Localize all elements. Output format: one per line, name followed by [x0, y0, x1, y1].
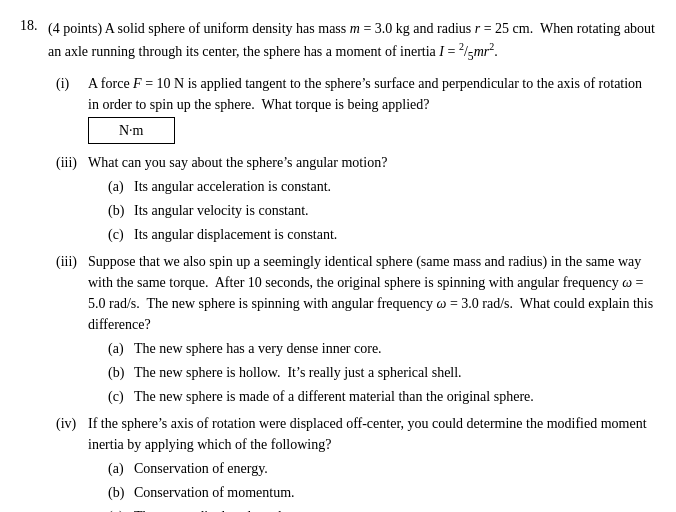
header-line1: (4 points) A solid sphere of uniform den…: [48, 21, 655, 59]
part-iii-text-c: The new sphere is made of a different ma…: [134, 386, 656, 407]
part-i-text: A force F = 10 N is applied tangent to t…: [88, 76, 642, 112]
problem-content: (4 points) A solid sphere of uniform den…: [48, 18, 656, 512]
part-ii-text-a: Its angular acceleration is constant.: [134, 176, 656, 197]
part-iv-label-c: (c): [108, 506, 130, 512]
part-iv-header: (iv) If the sphere’s axis of rotation we…: [56, 413, 656, 512]
part-iii-text: Suppose that we also spin up a seemingly…: [88, 254, 653, 332]
part-i-body: A force F = 10 N is applied tangent to t…: [88, 73, 656, 146]
part-ii-label: (iii): [56, 152, 84, 245]
part-iv-text: If the sphere’s axis of rotation were di…: [88, 416, 647, 452]
part-iii-item-b: (b) The new sphere is hollow. It’s reall…: [108, 362, 656, 383]
part-iv: (iv) If the sphere’s axis of rotation we…: [56, 413, 656, 512]
part-ii-label-b: (b): [108, 200, 130, 221]
part-iii: (iii) Suppose that we also spin up a see…: [56, 251, 656, 407]
part-iii-label-b: (b): [108, 362, 130, 383]
part-i-input-container: N·m: [88, 115, 656, 146]
part-ii-item-b: (b) Its angular velocity is constant.: [108, 200, 656, 221]
part-ii: (iii) What can you say about the sphere’…: [56, 152, 656, 245]
part-iv-label: (iv): [56, 413, 84, 512]
part-iv-label-a: (a): [108, 458, 130, 479]
problem-header: (4 points) A solid sphere of uniform den…: [48, 18, 656, 65]
part-iii-header: (iii) Suppose that we also spin up a see…: [56, 251, 656, 407]
part-ii-question: What can you say about the sphere’s angu…: [88, 155, 387, 170]
part-iv-text-b: Conservation of momentum.: [134, 482, 656, 503]
part-ii-body: What can you say about the sphere’s angu…: [88, 152, 656, 245]
part-iii-label-a: (a): [108, 338, 130, 359]
problem-number: 18.: [20, 18, 44, 512]
part-iii-label-c: (c): [108, 386, 130, 407]
part-iii-text-a: The new sphere has a very dense inner co…: [134, 338, 656, 359]
part-i-header: (i) A force F = 10 N is applied tangent …: [56, 73, 656, 146]
part-iv-body: If the sphere’s axis of rotation were di…: [88, 413, 656, 512]
part-iii-text-b: The new sphere is hollow. It’s really ju…: [134, 362, 656, 383]
part-ii-item-a: (a) Its angular acceleration is constant…: [108, 176, 656, 197]
part-iv-text-a: Conservation of energy.: [134, 458, 656, 479]
part-iv-text-c: The perpendicular-plane theorem.: [134, 506, 656, 512]
part-ii-item-c: (c) Its angular displacement is constant…: [108, 224, 656, 245]
part-iii-body: Suppose that we also spin up a seemingly…: [88, 251, 656, 407]
part-ii-label-c: (c): [108, 224, 130, 245]
torque-input-box[interactable]: N·m: [88, 117, 175, 144]
part-ii-text-b: Its angular velocity is constant.: [134, 200, 656, 221]
part-ii-text-c: Its angular displacement is constant.: [134, 224, 656, 245]
problem-18: 18. (4 points) A solid sphere of uniform…: [20, 18, 656, 512]
part-ii-label-a: (a): [108, 176, 130, 197]
part-i-label: (i): [56, 73, 84, 146]
part-iv-label-b: (b): [108, 482, 130, 503]
part-iv-item-c: (c) The perpendicular-plane theorem.: [108, 506, 656, 512]
part-iv-item-b: (b) Conservation of momentum.: [108, 482, 656, 503]
part-iv-item-a: (a) Conservation of energy.: [108, 458, 656, 479]
part-ii-header: (iii) What can you say about the sphere’…: [56, 152, 656, 245]
part-iii-item-a: (a) The new sphere has a very dense inne…: [108, 338, 656, 359]
part-iii-item-c: (c) The new sphere is made of a differen…: [108, 386, 656, 407]
part-i: (i) A force F = 10 N is applied tangent …: [56, 73, 656, 146]
part-iii-label: (iii): [56, 251, 84, 407]
